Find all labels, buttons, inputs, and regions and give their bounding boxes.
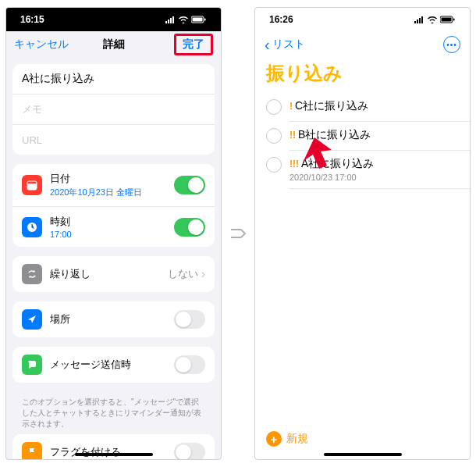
home-indicator <box>75 453 153 456</box>
time-label: 時刻 <box>50 215 174 229</box>
nav-bar: キャンセル 詳細 完了 <box>6 31 221 58</box>
home-indicator <box>324 453 402 456</box>
time-toggle[interactable] <box>174 218 205 237</box>
priority-indicator: !! <box>290 130 296 141</box>
message-icon <box>22 355 42 375</box>
checkbox-circle[interactable] <box>266 128 282 144</box>
reminder-list: !C社に振り込み !!B社に振り込み !!!A社に振り込み 2020/10/23… <box>255 92 470 188</box>
location-icon <box>22 309 42 330</box>
memo-field[interactable]: メモ <box>12 94 215 125</box>
svg-rect-2 <box>204 19 206 21</box>
message-label: メッセージ送信時 <box>50 358 174 372</box>
status-icons <box>165 16 207 23</box>
status-icons <box>414 16 456 23</box>
flag-icon <box>22 442 42 459</box>
repeat-row[interactable]: 繰り返し しない › <box>12 256 215 292</box>
plus-icon: + <box>266 431 282 447</box>
phone-list-screen: 16:26 ‹ リスト ••• 振り込み !C社に振り込み !!B社に振り込み <box>254 7 471 460</box>
message-toggle[interactable] <box>174 355 205 374</box>
title-field[interactable]: A社に振り込み <box>12 64 215 94</box>
message-row[interactable]: メッセージ送信時 <box>12 347 215 383</box>
flag-label: フラグを付ける <box>50 445 174 459</box>
svg-rect-9 <box>453 19 455 21</box>
reminder-item[interactable]: !!!A社に振り込み 2020/10/23 17:00 <box>255 150 470 188</box>
flag-toggle[interactable] <box>174 443 205 459</box>
date-label: 日付 <box>50 172 174 186</box>
priority-indicator: !!! <box>290 159 299 169</box>
status-time: 16:15 <box>20 14 44 25</box>
done-button[interactable]: 完了 <box>183 37 204 50</box>
date-toggle[interactable] <box>174 176 205 194</box>
location-label: 場所 <box>50 312 174 326</box>
location-row[interactable]: 場所 <box>12 301 215 337</box>
svg-rect-8 <box>442 18 452 22</box>
repeat-label: 繰り返し <box>50 267 168 281</box>
back-label: リスト <box>272 37 305 52</box>
back-button[interactable]: ‹ リスト <box>265 36 305 54</box>
time-row[interactable]: 時刻 17:00 <box>12 207 215 247</box>
priority-indicator: ! <box>290 101 293 112</box>
nav-title: 詳細 <box>103 37 125 52</box>
transition-arrow-icon <box>228 223 248 244</box>
time-value: 17:00 <box>50 230 174 239</box>
done-button-highlight: 完了 <box>174 34 213 55</box>
message-footer: このオプションを選択すると、"メッセージ"で選択した人とチャットするときにリマイ… <box>12 392 215 434</box>
list-title: 振り込み <box>255 58 470 92</box>
clock-icon <box>22 217 42 237</box>
reminder-text: A社に振り込み <box>301 157 374 169</box>
repeat-value: しない <box>168 267 198 281</box>
location-toggle[interactable] <box>174 310 205 329</box>
nav-bar: ‹ リスト ••• <box>255 31 470 58</box>
chevron-right-icon: › <box>201 267 205 281</box>
reminder-text: C社に振り込み <box>295 99 368 112</box>
date-row[interactable]: 日付 2020年10月23日 金曜日 <box>12 164 215 207</box>
date-value: 2020年10月23日 金曜日 <box>50 187 174 198</box>
checkbox-circle[interactable] <box>266 157 282 173</box>
url-field[interactable]: URL <box>12 125 215 155</box>
status-bar: 16:26 <box>255 8 470 31</box>
status-time: 16:26 <box>269 14 293 25</box>
checkbox-circle[interactable] <box>266 99 282 115</box>
status-bar: 16:15 <box>6 8 221 31</box>
chevron-left-icon: ‹ <box>265 36 270 54</box>
svg-rect-1 <box>193 18 203 22</box>
cancel-button[interactable]: キャンセル <box>14 37 69 52</box>
reminder-subtitle: 2020/10/23 17:00 <box>290 173 374 182</box>
detail-content: A社に振り込み メモ URL 日付 2020年10月23日 金曜日 時刻 17:… <box>6 58 221 459</box>
calendar-icon <box>22 175 42 195</box>
reminder-item[interactable]: !!B社に振り込み <box>255 121 470 150</box>
repeat-icon <box>22 264 42 284</box>
phone-detail-screen: 16:15 キャンセル 詳細 完了 A社に振り込み メモ URL 日付 2020… <box>5 7 222 460</box>
reminder-text: B社に振り込み <box>298 128 371 141</box>
reminder-item[interactable]: !C社に振り込み <box>255 92 470 121</box>
more-button[interactable]: ••• <box>443 36 460 53</box>
new-reminder-button[interactable]: + 新規 <box>266 431 308 447</box>
new-label: 新規 <box>286 432 308 446</box>
